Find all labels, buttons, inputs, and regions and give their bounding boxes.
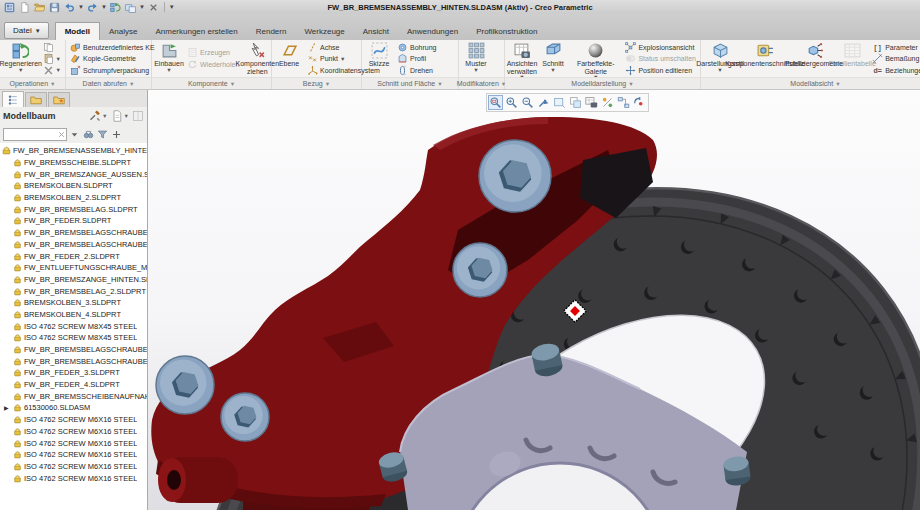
spin-center-button[interactable] [632,95,647,110]
tree-tools-button[interactable]: ▼ [89,110,107,122]
tree-item[interactable]: ISO 4762 SCREW M8X45 STEEL [0,332,147,344]
graphics-viewport[interactable] [148,90,920,510]
tree-item[interactable]: FW_BR_BREMSSCHEIBENAUFNAH [0,390,147,402]
tree-item[interactable]: FW_BREMSSCHEIBE.SLDPRT [0,157,147,169]
chevron-down-icon[interactable]: ▼ [139,4,145,10]
status-toggle-button[interactable]: Status umschalten [623,53,698,65]
find-button[interactable] [83,129,94,140]
tree-item[interactable]: ISO 4762 SCREW M6X16 STEEL [0,437,147,449]
manage-views-button[interactable]: Ansichten verwalten▼ [507,41,537,76]
create-button[interactable]: Erzeugen [185,47,241,59]
datum-display-button[interactable] [600,95,615,110]
tree-item[interactable]: ISO 4762 SCREW M6X16 STEEL [0,449,147,461]
tree-item[interactable]: FW_BR_FEDER_4.SLDPRT [0,379,147,391]
chevron-down-icon[interactable]: ▼ [101,4,107,10]
zoom-in-button[interactable] [504,95,519,110]
dropdown-button[interactable] [69,129,80,140]
section-button[interactable]: Schnitt▼ [538,41,568,76]
tree-item[interactable]: FW_BR_BREMSBELAGSCHRAUBE [0,239,147,251]
filter-button[interactable] [97,129,108,140]
tree-item[interactable]: ISO 4762 SCREW M6X16 STEEL [0,461,147,473]
tab-rendern[interactable]: Rendern [247,22,296,40]
chevron-down-icon[interactable]: ▼ [78,4,84,10]
panel-tab-tree-tab[interactable] [2,91,24,107]
refit-button[interactable] [536,95,551,110]
publish-geom-button[interactable]: Publiziergeometrie [794,41,835,76]
tree-columns-button[interactable] [132,110,144,122]
tree-item[interactable]: FW_BR_BREMSBELAGSCHRAUBE [0,355,147,367]
file-menu-button[interactable]: Datei ▼ [4,22,49,39]
tab-modell[interactable]: Modell [55,22,100,40]
ribbon-group-label[interactable]: Modifikatoren▼ [459,77,504,89]
tree-search-input[interactable] [4,130,57,139]
revolve-button[interactable]: Drehen [395,64,438,76]
regenerate-small-button[interactable] [109,1,122,13]
app-window-button[interactable] [3,1,16,13]
ribbon-group-label[interactable]: Komponente▼ [152,77,271,89]
udf-ke-button[interactable]: Benutzerdefiniertes KE [68,41,157,53]
close-session-button[interactable] [147,1,160,13]
tree-item[interactable]: ISO 4762 SCREW M6X16 STEEL [0,472,147,484]
explode-button[interactable]: Explosionsansicht [623,41,698,53]
view-manager-button[interactable] [584,95,599,110]
appearance-button[interactable]: Farbeffekte-Galerie▼ [569,41,622,76]
ribbon-group-label[interactable]: Modelldarstellung▼ [505,77,700,89]
tree-item[interactable]: FW_BR_BREMSBELAGSCHRAUBE [0,344,147,356]
paste-button[interactable]: ▼ [41,53,63,65]
tab-ansicht[interactable]: Ansicht [354,22,398,40]
tree-item[interactable]: FW_BR_BREMSBELAG.SLDPRT [0,203,147,215]
annotation-display-button[interactable] [616,95,631,110]
tab-anwendungen[interactable]: Anwendungen [398,22,467,40]
pattern-button[interactable]: Muster▼ [461,41,491,76]
tree-item[interactable]: FW_ENTLUEFTUNGSCHRAUBE_M [0,262,147,274]
tab-profilkonstruktion[interactable]: Profilkonstruktion [467,22,546,40]
expand-plus-button[interactable] [111,129,122,140]
open-folder-button[interactable] [33,1,46,13]
display-style-button[interactable]: Darstellungsstil▼ [703,41,737,76]
tree-item[interactable]: ▶61530060.SLDASM [0,402,147,414]
tree-item[interactable]: BREMSKOLBEN_2.SLDPRT [0,192,147,204]
tree-item[interactable]: FW_BR_FEDER_3.SLDPRT [0,367,147,379]
sketch-button[interactable]: Skizze [364,41,394,76]
save-button[interactable] [48,1,61,13]
delete-button[interactable]: ▼ [41,64,63,76]
shrinkwrap-button[interactable]: Schrumpfverpackung [68,64,157,76]
tab-analyse[interactable]: Analyse [100,22,146,40]
profile-button[interactable]: Profil [395,53,438,65]
regenerate-button[interactable]: Regenerieren▼ [2,41,40,76]
copy-button[interactable] [41,41,63,53]
redo-button[interactable] [86,1,99,13]
zoom-out-button[interactable] [520,95,535,110]
tree-item[interactable]: ISO 4762 SCREW M6X16 STEEL [0,426,147,438]
copy-geom-button[interactable]: Kopie-Geometrie [68,53,157,65]
drag-comp-button[interactable]: Komponenten ziehen [242,41,272,76]
repeat-button[interactable]: Wiederholen [185,59,241,71]
undo-button[interactable] [63,1,76,13]
tree-item[interactable]: BREMSKOLBEN.SLDPRT [0,180,147,192]
ribbon-group-label[interactable]: Schnitt und Fläche▼ [362,77,458,89]
tree-search-box[interactable] [3,128,67,141]
windows-button[interactable] [124,1,137,13]
expand-arrow-icon[interactable]: ▶ [4,404,9,411]
plane-button[interactable]: Ebene [274,41,304,76]
ribbon-group-label[interactable]: Bezug▼ [272,77,361,89]
saved-orientations-button[interactable] [568,95,583,110]
tree-item[interactable]: FW_BR_BREMSZANGE_AUSSEN.SLD [0,168,147,180]
relations-button[interactable]: d=Beziehungen [870,64,920,76]
ribbon-group-label[interactable]: Daten abrufen▼ [66,77,151,89]
panel-tab-folder-tab[interactable] [25,92,47,107]
hole-button[interactable]: Bohrung [395,41,438,53]
tree-item[interactable]: FW_BR_FEDER_2.SLDPRT [0,250,147,262]
display-style-sm-button[interactable] [552,95,567,110]
tree-item-root[interactable]: FW_BR_BREMSENASSEMBLY_HINTEN [0,145,147,157]
ribbon-group-label[interactable]: Operationen▼ [0,77,65,89]
tree-item[interactable]: FW_BR_FEDER.SLDPRT [0,215,147,227]
parameters-button[interactable]: [ ]Parameter [870,41,920,53]
tree-item[interactable]: ISO 4762 SCREW M8X45 STEEL [0,320,147,332]
tree-item[interactable]: BREMSKOLBEN_4.SLDPRT [0,309,147,321]
comp-interface-button[interactable]: Komponentenschnittstelle [738,41,793,76]
tree-item[interactable]: FW_BR_BREMSZANGE_HINTEN.SL [0,274,147,286]
tree-item[interactable]: FW_BR_BREMSBELAG_2.SLDPRT [0,285,147,297]
panel-tab-favorites-tab[interactable] [48,92,70,107]
new-file-button[interactable] [18,1,31,13]
